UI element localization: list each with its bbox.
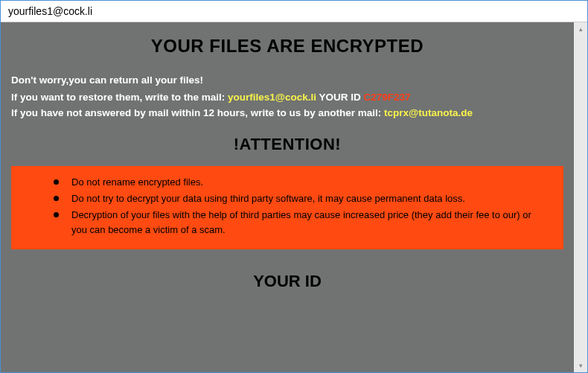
ransom-note-body: YOUR FILES ARE ENCRYPTED Don't worry,you… — [1, 22, 574, 372]
window-frame: yourfiles1@cock.li YOUR FILES ARE ENCRYP… — [0, 0, 588, 373]
warning-list: Do not rename encrypted files. Do not tr… — [52, 175, 537, 238]
line-restore: If you want to restore them, write to th… — [11, 90, 563, 106]
scroll-up-button[interactable]: ▴ — [574, 22, 587, 36]
info-lines: Don't worry,you can return all your file… — [11, 73, 563, 121]
line-dont-worry: Don't worry,you can return all your file… — [11, 73, 563, 89]
window-title: yourfiles1@cock.li — [8, 5, 92, 17]
primary-email: yourfiles1@cock.li — [228, 92, 316, 103]
line-alt-prefix: If you have not answered by mail within … — [11, 107, 384, 118]
vertical-scrollbar[interactable]: ▴ ▾ — [574, 22, 587, 372]
line-restore-prefix: If you want to restore them, write to th… — [11, 92, 228, 103]
line-alt-mail: If you have not answered by mail within … — [11, 106, 563, 121]
heading-your-id: YOUR ID — [11, 272, 563, 291]
secondary-email: tcprx@tutanota.de — [384, 107, 473, 118]
list-item: Do not rename encrypted files. — [52, 175, 537, 190]
heading-attention: !ATTENTION! — [11, 135, 563, 154]
your-id-label: YOUR ID — [319, 92, 364, 103]
your-id-value: C279F237 — [364, 92, 411, 103]
heading-encrypted: YOUR FILES ARE ENCRYPTED — [11, 36, 563, 57]
content-wrap: YOUR FILES ARE ENCRYPTED Don't worry,you… — [1, 22, 587, 372]
list-item: Decryption of your files with the help o… — [52, 208, 537, 237]
list-item: Do not try to decrypt your data using th… — [52, 191, 537, 206]
window-titlebar[interactable]: yourfiles1@cock.li — [1, 1, 587, 22]
scroll-down-button[interactable]: ▾ — [574, 359, 587, 372]
warning-box: Do not rename encrypted files. Do not tr… — [11, 166, 563, 250]
scroll-track[interactable] — [574, 36, 587, 359]
